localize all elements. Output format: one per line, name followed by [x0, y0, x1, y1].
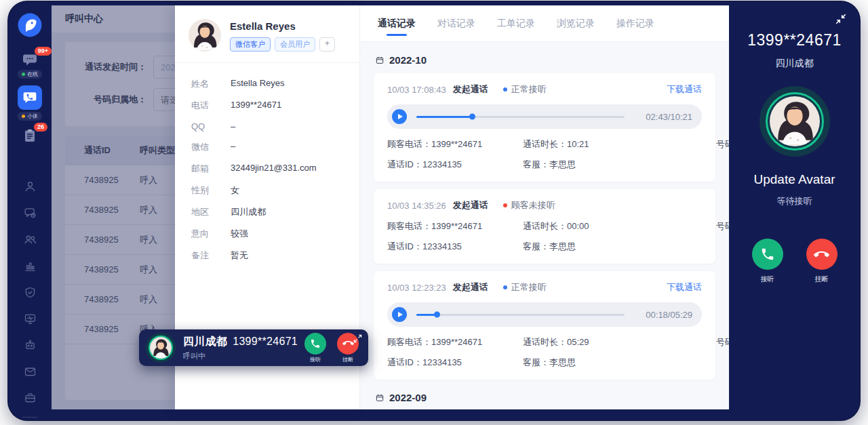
field-intent: 较强	[231, 228, 248, 240]
record-action: 发起通话	[453, 83, 488, 96]
record-field: 通话ID：12334135	[387, 159, 523, 171]
incoming-call-panel: 1399**24671 四川成都 Update Avatar 等待接听 接听 挂…	[729, 1, 860, 420]
break-status-pill: 小休	[18, 112, 42, 121]
playback-time: 02:43/10:21	[635, 112, 692, 122]
sidebar-item-chat[interactable]: 99+ 在线	[18, 52, 42, 79]
mini-caller-region: 四川成都	[183, 336, 227, 347]
seek-bar[interactable]	[416, 116, 625, 118]
field-gender: 女	[231, 184, 239, 197]
notes-badge: 26	[34, 123, 47, 131]
answer-call-button[interactable]: 接听	[752, 239, 783, 284]
online-status-pill: 在线	[18, 70, 42, 79]
mini-answer-button[interactable]: 接听	[304, 333, 326, 363]
caller-avatar	[770, 96, 820, 146]
tab-dialog-records[interactable]: 对话记录	[437, 5, 475, 42]
record-field: 客服：李思思	[523, 357, 716, 369]
seek-bar[interactable]	[416, 314, 625, 316]
hangup-call-button[interactable]: 挂断	[806, 239, 837, 284]
record-datetime: 10/03 14:35:26	[387, 201, 446, 211]
answer-phone-icon	[304, 333, 326, 355]
record-status: 正常接听	[503, 83, 547, 96]
profile-fields: 姓名Estella Reyes 电话1399**24671 QQ– 微信– 邮箱…	[175, 63, 359, 286]
bar-chart-icon[interactable]	[18, 256, 41, 276]
record-action: 发起通话	[453, 199, 488, 211]
record-field: 顾客电话：1399**24671	[387, 336, 523, 348]
sidebar-item-notes[interactable]: 26	[22, 127, 38, 144]
chat-unread-badge: 99+	[35, 47, 52, 56]
app-window: 99+ 在线 小休 26	[8, 1, 860, 420]
record-field: 通话ID：12334135	[387, 357, 523, 369]
chat-history-icon[interactable]	[18, 203, 41, 223]
update-avatar-label: Update Avatar	[753, 172, 835, 187]
mail-icon[interactable]	[18, 361, 41, 382]
mini-call-status: 呼叫中	[183, 351, 298, 361]
playback-time: 00:18/05:29	[635, 310, 692, 320]
field-name: Estella Reyes	[231, 78, 284, 90]
play-button[interactable]	[392, 307, 407, 322]
records-panel: 通话记录 对话记录 工单记录 浏览记录 操作记录 2022-10 10/03 1…	[359, 5, 729, 409]
hangup-phone-icon	[806, 239, 837, 270]
online-dot-icon	[22, 73, 25, 76]
seek-thumb[interactable]	[434, 312, 440, 318]
robot-icon[interactable]	[18, 335, 41, 355]
caller-phone-number: 1399**24671	[747, 31, 842, 49]
tab-browse-records[interactable]: 浏览记录	[557, 5, 595, 42]
sidebar-nav	[18, 176, 41, 425]
field-qq: –	[231, 121, 235, 131]
mini-caller-phone: 1399**24671	[233, 336, 298, 347]
field-remark: 暂无	[231, 249, 248, 262]
tab-operation-records[interactable]: 操作记录	[616, 5, 654, 42]
call-record-card: 10/03 12:23:23 发起通话 正常接听 下载通话 00:18/05:2…	[374, 271, 715, 380]
caller-region: 四川成都	[776, 58, 814, 70]
monitor-icon[interactable]	[18, 308, 41, 329]
calendar-icon	[375, 393, 384, 403]
call-waiting-status: 等待接听	[777, 195, 812, 207]
seek-thumb[interactable]	[469, 114, 475, 120]
status-dot-icon	[503, 203, 507, 207]
app-logo-icon	[17, 12, 43, 38]
field-wechat: –	[231, 141, 235, 153]
screenshot-stage: 99+ 在线 小休 26	[0, 0, 868, 425]
answer-phone-icon	[752, 239, 783, 270]
record-field: 顾客电话：1399**24671	[387, 220, 523, 232]
record-action: 发起通话	[453, 281, 488, 294]
record-field: 客服：李思思	[523, 241, 716, 253]
record-field: 号码归属地：四川-成都	[716, 336, 729, 348]
audio-player: 02:43/10:21	[387, 104, 702, 129]
phone-bubble-icon	[18, 85, 42, 110]
record-field: 号码归属地：四川-成都	[716, 138, 729, 150]
expand-call-bar-icon[interactable]	[353, 334, 362, 343]
tab-ticket-records[interactable]: 工单记录	[497, 5, 535, 42]
field-email: 32449jin21@331.com	[231, 163, 317, 175]
record-datetime: 10/03 12:23:23	[387, 283, 446, 293]
customer-tag: 会员用户	[275, 37, 315, 52]
download-call-link[interactable]: 下载通话	[667, 281, 702, 294]
workbench-icon[interactable]	[18, 388, 41, 408]
field-region: 四川成都	[231, 206, 266, 218]
month-group-header: 2022-10	[375, 54, 714, 66]
play-icon	[398, 312, 403, 317]
download-call-link[interactable]: 下载通话	[667, 83, 702, 96]
customer-name: Estella Reyes	[230, 20, 335, 32]
collapse-panel-icon[interactable]	[835, 14, 846, 24]
status-dot-icon	[503, 285, 507, 289]
month-group-header: 2022-09	[375, 392, 714, 403]
break-dot-icon	[22, 115, 25, 118]
add-tag-button[interactable]: +	[319, 37, 335, 52]
mini-call-bar[interactable]: 四川成都1399**24671 呼叫中 接听 挂断	[139, 329, 368, 366]
record-field: 号码归属地：四川-成都	[716, 220, 729, 232]
customer-tag: 微信客户	[230, 37, 271, 52]
play-button[interactable]	[392, 109, 407, 124]
call-record-card: 10/03 14:35:26 发起通话 顾客未接听 顾客电话：1399**246…	[374, 189, 715, 264]
record-field: 通话时长：05:29	[523, 336, 716, 348]
calendar-icon	[375, 56, 384, 65]
sidebar-item-callcenter-active[interactable]: 小休	[18, 85, 42, 121]
record-field: 通话时长：00:00	[523, 220, 716, 232]
caller-avatar-ring	[760, 86, 830, 157]
team-icon[interactable]	[18, 229, 41, 249]
shield-check-icon[interactable]	[18, 282, 41, 302]
tab-call-records[interactable]: 通话记录	[378, 5, 416, 42]
play-icon	[398, 114, 403, 119]
user-icon[interactable]	[18, 176, 41, 197]
records-scroll-area[interactable]: 2022-10 10/03 17:08:43 发起通话 正常接听 下载通话 02…	[360, 42, 729, 409]
